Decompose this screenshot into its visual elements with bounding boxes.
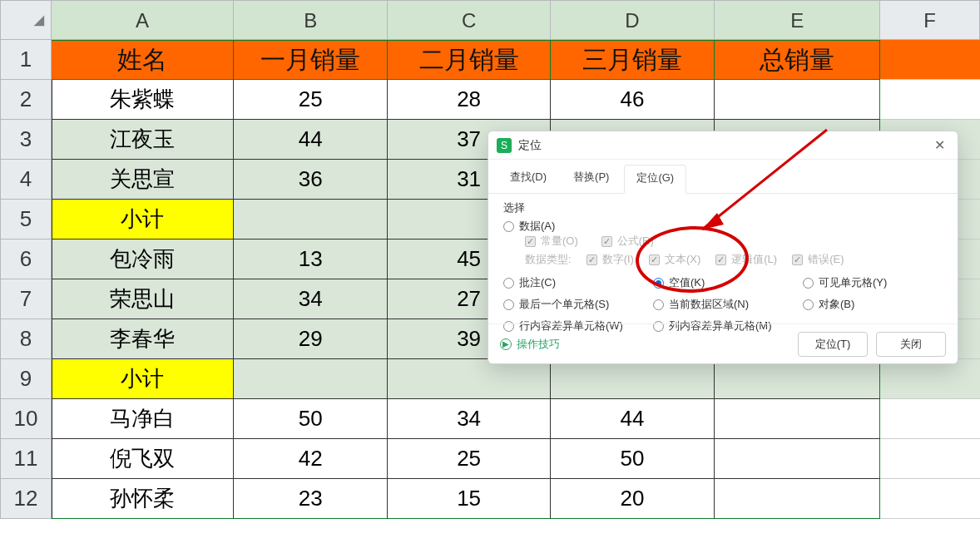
cell[interactable] bbox=[880, 439, 980, 479]
col-header-C[interactable]: C bbox=[388, 0, 550, 40]
cell[interactable] bbox=[715, 359, 880, 399]
cell[interactable]: 三月销量 bbox=[551, 40, 715, 80]
app-icon: S bbox=[497, 138, 512, 153]
cell[interactable]: 孙怀柔 bbox=[52, 479, 234, 519]
option-visible[interactable]: 可见单元格(Y) bbox=[803, 275, 944, 290]
cell[interactable]: 二月销量 bbox=[388, 40, 550, 80]
option-label: 最后一个单元格(S) bbox=[519, 297, 609, 312]
col-header-B[interactable]: B bbox=[234, 0, 388, 40]
row-header[interactable]: 9 bbox=[0, 359, 52, 399]
option-formula: 公式(R) bbox=[601, 234, 654, 249]
locate-button[interactable]: 定位(T) bbox=[798, 332, 868, 357]
row-header[interactable]: 4 bbox=[0, 160, 52, 200]
tab-replace[interactable]: 替换(P) bbox=[562, 165, 621, 193]
cell[interactable]: 13 bbox=[234, 239, 388, 279]
table-row: 12 孙怀柔 23 15 20 bbox=[0, 479, 980, 519]
cell[interactable]: 23 bbox=[234, 479, 388, 519]
option-blank[interactable]: 空值(K) bbox=[653, 275, 803, 290]
row-header[interactable]: 1 bbox=[0, 40, 52, 80]
cell[interactable] bbox=[880, 399, 980, 439]
cell[interactable]: 15 bbox=[388, 479, 550, 519]
row-header[interactable]: 5 bbox=[0, 200, 52, 239]
cell[interactable]: 总销量 bbox=[715, 40, 880, 80]
cell[interactable] bbox=[880, 479, 980, 519]
cell[interactable] bbox=[880, 359, 980, 399]
cell[interactable]: 36 bbox=[234, 160, 388, 200]
cell[interactable]: 44 bbox=[234, 120, 388, 160]
tab-bar: 查找(D) 替换(P) 定位(G) bbox=[488, 160, 958, 194]
dialog-footer: ▶ 操作技巧 定位(T) 关闭 bbox=[488, 323, 958, 363]
play-icon: ▶ bbox=[500, 338, 512, 350]
col-header-D[interactable]: D bbox=[551, 0, 715, 40]
checkbox-icon bbox=[601, 236, 612, 247]
row-header[interactable]: 8 bbox=[0, 319, 52, 359]
cell[interactable]: 荣思山 bbox=[52, 279, 234, 319]
cell[interactable]: 一月销量 bbox=[234, 40, 388, 80]
option-label: 空值(K) bbox=[669, 275, 705, 290]
cell[interactable]: 小计 bbox=[52, 200, 234, 239]
option-object[interactable]: 对象(B) bbox=[803, 297, 944, 312]
cell[interactable]: 李春华 bbox=[52, 319, 234, 359]
cell[interactable] bbox=[715, 439, 880, 479]
option-label: 文本(X) bbox=[665, 252, 700, 267]
cell[interactable]: 江夜玉 bbox=[52, 120, 234, 160]
option-const: 常量(O) bbox=[525, 234, 578, 249]
tab-goto[interactable]: 定位(G) bbox=[624, 165, 686, 194]
col-header-A[interactable]: A bbox=[52, 0, 234, 40]
close-button[interactable]: 关闭 bbox=[876, 332, 946, 357]
cell[interactable]: 29 bbox=[234, 319, 388, 359]
cell[interactable] bbox=[880, 80, 980, 120]
cell[interactable] bbox=[715, 399, 880, 439]
cell[interactable]: 28 bbox=[388, 80, 550, 120]
option-region[interactable]: 当前数据区域(N) bbox=[653, 297, 803, 312]
cell[interactable] bbox=[551, 359, 715, 399]
cell[interactable]: 马净白 bbox=[52, 399, 234, 439]
tips-link[interactable]: ▶ 操作技巧 bbox=[500, 337, 789, 352]
radio-icon bbox=[503, 299, 514, 310]
cell[interactable] bbox=[234, 359, 388, 399]
option-comment[interactable]: 批注(C) bbox=[503, 275, 653, 290]
cell[interactable] bbox=[880, 40, 980, 80]
cell[interactable]: 25 bbox=[234, 80, 388, 120]
row-header[interactable]: 6 bbox=[0, 239, 52, 279]
cell[interactable]: 20 bbox=[551, 479, 715, 519]
cell[interactable]: 姓名 bbox=[52, 40, 234, 80]
cell[interactable]: 34 bbox=[388, 399, 550, 439]
row-header[interactable]: 12 bbox=[0, 479, 52, 519]
close-icon[interactable]: ✕ bbox=[929, 137, 949, 153]
cell[interactable]: 关思宣 bbox=[52, 160, 234, 200]
dialog-titlebar[interactable]: S 定位 ✕ bbox=[488, 131, 958, 160]
cell[interactable]: 46 bbox=[551, 80, 715, 120]
row-header[interactable]: 7 bbox=[0, 279, 52, 319]
table-row: 9 小计 bbox=[0, 359, 980, 399]
cell[interactable] bbox=[715, 80, 880, 120]
cell[interactable]: 包冷雨 bbox=[52, 239, 234, 279]
row-header[interactable]: 3 bbox=[0, 120, 52, 160]
option-lastcell[interactable]: 最后一个单元格(S) bbox=[503, 297, 653, 312]
checkbox-icon bbox=[792, 254, 803, 265]
cell[interactable]: 25 bbox=[388, 439, 550, 479]
cell[interactable]: 朱紫蝶 bbox=[52, 80, 234, 120]
option-label: 错误(E) bbox=[808, 252, 844, 267]
cell[interactable]: 34 bbox=[234, 279, 388, 319]
option-label: 数字(I) bbox=[602, 252, 634, 267]
option-label: 公式(R) bbox=[617, 234, 654, 249]
select-all-corner[interactable] bbox=[0, 0, 52, 40]
option-label: 逻辑值(L) bbox=[731, 252, 777, 267]
col-header-F[interactable]: F bbox=[880, 0, 980, 40]
cell[interactable]: 小计 bbox=[52, 359, 234, 399]
cell[interactable]: 倪飞双 bbox=[52, 439, 234, 479]
row-header[interactable]: 11 bbox=[0, 439, 52, 479]
cell[interactable]: 42 bbox=[234, 439, 388, 479]
tab-find[interactable]: 查找(D) bbox=[498, 165, 558, 193]
cell[interactable]: 50 bbox=[234, 399, 388, 439]
option-data[interactable]: 数据(A) bbox=[503, 219, 943, 234]
cell[interactable]: 44 bbox=[551, 399, 715, 439]
row-header[interactable]: 2 bbox=[0, 80, 52, 120]
row-header[interactable]: 10 bbox=[0, 399, 52, 439]
cell[interactable] bbox=[388, 359, 550, 399]
cell[interactable] bbox=[234, 200, 388, 239]
cell[interactable]: 50 bbox=[551, 439, 715, 479]
cell[interactable] bbox=[715, 479, 880, 519]
col-header-E[interactable]: E bbox=[715, 0, 880, 40]
